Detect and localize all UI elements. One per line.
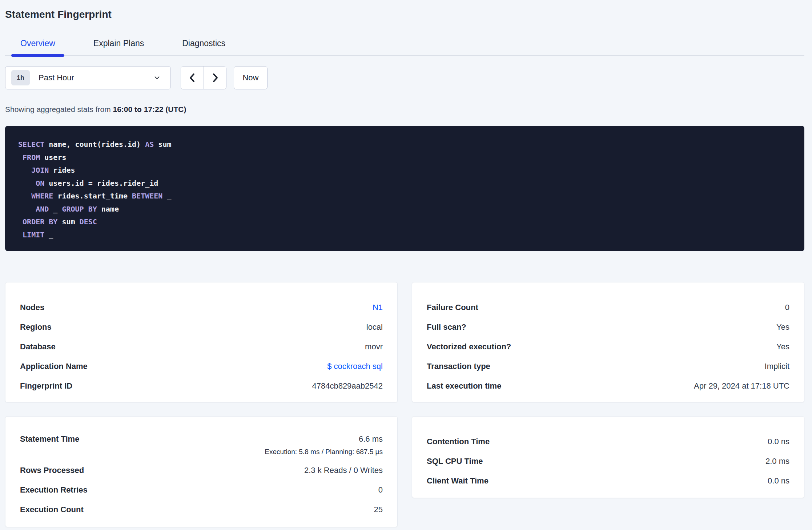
row-value-link[interactable]: N1 bbox=[373, 302, 383, 313]
row-value: 0.0 ns bbox=[768, 437, 789, 447]
row-value: 0 bbox=[785, 302, 789, 313]
now-button[interactable]: Now bbox=[234, 66, 268, 89]
row-value: Yes bbox=[776, 322, 789, 332]
card-row: Execution Retries0 bbox=[20, 480, 383, 500]
row-label: Execution Retries bbox=[20, 485, 88, 495]
row-value: local bbox=[366, 322, 383, 332]
row-label: Rows Processed bbox=[20, 465, 84, 475]
aggregated-stats-prefix: Showing aggregated stats from bbox=[5, 105, 113, 113]
card-right-bottom: Contention Time0.0 nsSQL CPU Time2.0 msC… bbox=[412, 416, 804, 498]
row-value: movr bbox=[365, 342, 383, 352]
card-row: Databasemovr bbox=[20, 337, 383, 357]
row-label: Transaction type bbox=[427, 361, 490, 372]
row-value: 0 bbox=[378, 485, 383, 495]
sql-line: JOIN rides bbox=[18, 164, 793, 177]
time-interval-badge: 1h bbox=[11, 70, 30, 85]
card-row: Fingerprint ID4784cb829aab2542 bbox=[20, 376, 383, 396]
row-label: Failure Count bbox=[427, 302, 478, 313]
card-left-top: NodesN1RegionslocalDatabasemovrApplicati… bbox=[5, 282, 398, 402]
time-toolbar: 1h Past Hour Now bbox=[5, 66, 804, 89]
aggregated-stats-line: Showing aggregated stats from 16:00 to 1… bbox=[5, 105, 804, 114]
card-row: Client Wait Time0.0 ns bbox=[427, 471, 789, 491]
card-row: Rows Processed2.3 k Reads / 0 Writes bbox=[20, 461, 383, 480]
card-right-top: Failure Count0Full scan?YesVectorized ex… bbox=[412, 282, 804, 402]
sql-line: WHERE rides.start_time BETWEEN _ bbox=[18, 190, 793, 203]
row-label: Last execution time bbox=[427, 381, 501, 391]
chevron-down-icon bbox=[153, 74, 161, 82]
card-row: Last execution timeApr 29, 2024 at 17:18… bbox=[427, 376, 789, 396]
row-value-link[interactable]: $ cockroach sql bbox=[327, 361, 383, 372]
sql-statement-box: SELECT name, count(rides.id) AS sum FROM… bbox=[5, 126, 804, 251]
row-value: 4784cb829aab2542 bbox=[312, 381, 383, 391]
time-next-button[interactable] bbox=[204, 67, 226, 89]
row-label: Statement Time bbox=[20, 434, 79, 444]
row-label: Execution Count bbox=[20, 505, 84, 515]
row-value: 25 bbox=[374, 505, 383, 515]
time-prev-button[interactable] bbox=[181, 67, 204, 89]
sql-line: FROM users bbox=[18, 151, 793, 164]
row-value: 0.0 ns bbox=[768, 476, 789, 486]
card-row: Execution Count25 bbox=[20, 500, 383, 519]
card-row: Transaction typeImplicit bbox=[427, 357, 789, 376]
row-label: Database bbox=[20, 342, 56, 352]
row-value-stack: 6.6 msExecution: 5.8 ms / Planning: 687.… bbox=[265, 434, 383, 456]
card-row: NodesN1 bbox=[20, 298, 383, 317]
statement-fingerprint-page: Statement Fingerprint OverviewExplain Pl… bbox=[0, 0, 812, 527]
row-label: Full scan? bbox=[427, 322, 466, 332]
chevron-left-icon bbox=[188, 73, 197, 83]
sql-line: AND _ GROUP BY name bbox=[18, 203, 793, 216]
aggregated-stats-range: 16:00 to 17:22 (UTC) bbox=[113, 105, 186, 113]
sql-line: SELECT name, count(rides.id) AS sum bbox=[18, 138, 793, 151]
row-label: Fingerprint ID bbox=[20, 381, 72, 391]
row-label: Application Name bbox=[20, 361, 88, 372]
chevron-right-icon bbox=[211, 73, 220, 83]
row-label: SQL CPU Time bbox=[427, 456, 483, 466]
row-value: 2.0 ms bbox=[765, 456, 789, 466]
card-left-bottom: Statement Time6.6 msExecution: 5.8 ms / … bbox=[5, 416, 398, 527]
time-interval-label: Past Hour bbox=[39, 73, 153, 83]
time-interval-dropdown[interactable]: 1h Past Hour bbox=[5, 66, 171, 89]
sql-line: LIMIT _ bbox=[18, 229, 793, 242]
row-label: Client Wait Time bbox=[427, 476, 489, 486]
card-row: Failure Count0 bbox=[427, 298, 789, 317]
row-value: Apr 29, 2024 at 17:18 UTC bbox=[694, 381, 789, 391]
tab-explain-plans[interactable]: Explain Plans bbox=[84, 36, 153, 55]
sql-line: ON users.id = rides.rider_id bbox=[18, 177, 793, 190]
card-row: Regionslocal bbox=[20, 317, 383, 337]
row-label: Regions bbox=[20, 322, 52, 332]
card-row: Application Name$ cockroach sql bbox=[20, 357, 383, 376]
row-label: Nodes bbox=[20, 302, 44, 313]
tab-bar: OverviewExplain PlansDiagnostics bbox=[5, 36, 804, 56]
row-value: 6.6 ms bbox=[359, 434, 383, 444]
row-value: Yes bbox=[776, 342, 789, 352]
row-subvalue: Execution: 5.8 ms / Planning: 687.5 µs bbox=[265, 447, 383, 456]
row-value: 2.3 k Reads / 0 Writes bbox=[304, 465, 383, 475]
card-row: SQL CPU Time2.0 ms bbox=[427, 451, 789, 471]
sql-line: ORDER BY sum DESC bbox=[18, 216, 793, 229]
tab-overview[interactable]: Overview bbox=[11, 36, 64, 55]
tab-diagnostics[interactable]: Diagnostics bbox=[173, 36, 234, 55]
row-label: Vectorized execution? bbox=[427, 342, 511, 352]
row-value: Implicit bbox=[765, 361, 789, 372]
page-title: Statement Fingerprint bbox=[5, 7, 804, 22]
card-row: Statement Time6.6 msExecution: 5.8 ms / … bbox=[20, 432, 383, 456]
card-row: Contention Time0.0 ns bbox=[427, 432, 789, 451]
stats-cards: NodesN1RegionslocalDatabasemovrApplicati… bbox=[5, 282, 804, 527]
card-row: Full scan?Yes bbox=[427, 317, 789, 337]
time-range-arrows bbox=[181, 66, 226, 89]
row-label: Contention Time bbox=[427, 437, 490, 447]
card-row: Vectorized execution?Yes bbox=[427, 337, 789, 357]
